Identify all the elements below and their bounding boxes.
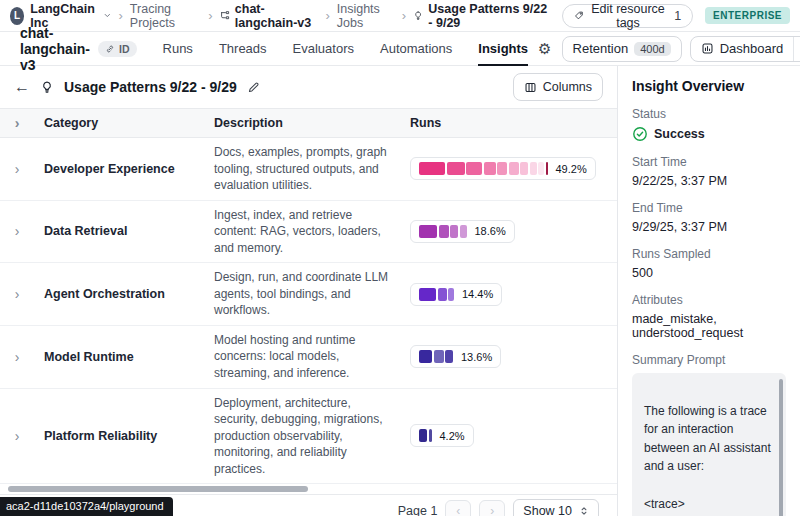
row-category: Agent Orchestration [44, 287, 214, 301]
tab-evaluators[interactable]: Evaluators [293, 32, 354, 66]
enterprise-badge: ENTERPRISE [705, 7, 790, 24]
runs-percent: 49.2% [556, 163, 587, 175]
summary-prompt-block: The following is a trace for an interact… [632, 373, 786, 516]
table-row[interactable]: › Developer Experience Docs, examples, p… [0, 138, 617, 201]
select-caret-icon [579, 505, 589, 516]
table-row[interactable]: › Agent Orchestration Design, run, and c… [0, 263, 617, 326]
dashboard-button[interactable]: Dashboard [691, 37, 794, 61]
breadcrumb-tracing-projects[interactable]: Tracing Projects [130, 2, 201, 30]
runs-bar-segments [419, 162, 548, 175]
breadcrumb-current[interactable]: Usage Patterns 9/22 - 9/29 [413, 2, 550, 30]
table-row[interactable]: › Platform Reliability Deployment, archi… [0, 389, 617, 485]
table-body: › Developer Experience Docs, examples, p… [0, 138, 617, 484]
runs-percent: 18.6% [475, 225, 506, 237]
runs-bar-segments [419, 429, 432, 442]
app-window: L LangChain Inc › Tracing Projects › cha… [0, 0, 800, 516]
prompt-scrollbar-thumb[interactable] [779, 379, 783, 516]
bar-chart-icon [701, 42, 714, 55]
edit-pencil-icon[interactable] [247, 81, 260, 94]
row-expand-icon[interactable]: › [15, 287, 20, 301]
breadcrumb-separator: › [324, 8, 330, 23]
row-category: Data Retrieval [44, 224, 214, 238]
end-time-value: 9/29/25, 3:37 PM [632, 220, 786, 234]
insight-overview-panel: Insight Overview Status Success Start Ti… [618, 66, 800, 516]
link-icon [105, 44, 115, 54]
retention-value-badge: 400d [634, 42, 670, 56]
edit-resource-tags-button[interactable]: Edit resource tags 1 [562, 4, 693, 28]
org-avatar[interactable]: L [10, 7, 24, 25]
columns-icon [524, 81, 537, 94]
row-expand-icon[interactable]: › [15, 429, 20, 443]
status-badge: Success [632, 126, 786, 142]
row-description: Model hosting and runtime concerns: loca… [214, 326, 410, 388]
runs-bar: 18.6% [410, 220, 515, 243]
table-row[interactable]: › Model Runtime Model hosting and runtim… [0, 326, 617, 389]
next-page-button[interactable]: › [479, 500, 505, 516]
runs-bar-segments [419, 350, 453, 363]
runs-bar: 14.4% [410, 283, 502, 306]
column-header-runs: Runs [410, 116, 617, 130]
breadcrumb-insights-jobs[interactable]: Insights Jobs [337, 2, 395, 30]
more-options-kebab-icon[interactable]: ⋮ [793, 37, 800, 61]
attributes-label: Attributes [632, 293, 786, 307]
tab-insights[interactable]: Insights [478, 32, 528, 66]
attributes-value: made_mistake, understood_request [632, 312, 786, 340]
summary-prompt-text: The following is a trace for an interact… [644, 404, 771, 516]
insight-titlebar: ← Usage Patterns 9/22 - 9/29 Columns [0, 66, 617, 108]
row-expand-icon[interactable]: › [15, 350, 20, 364]
row-description: Ingest, index, and retrieve content: RAG… [214, 201, 410, 263]
tab-automations[interactable]: Automations [380, 32, 452, 66]
breadcrumb-project[interactable]: chat-langchain-v3 [220, 2, 319, 30]
breadcrumb-separator: › [401, 8, 407, 23]
column-header-category: Category [44, 116, 214, 130]
page-label: Page 1 [398, 504, 438, 516]
breadcrumb: L LangChain Inc › Tracing Projects › cha… [0, 0, 800, 32]
row-description: Design, run, and coordinate LLM agents, … [214, 263, 410, 325]
row-description: Docs, examples, prompts, graph tooling, … [214, 138, 410, 200]
page-size-select[interactable]: Show 10 [513, 499, 599, 516]
table-header: › Category Description Runs [0, 108, 617, 138]
runs-percent: 4.2% [440, 430, 465, 442]
back-arrow-icon[interactable]: ← [14, 78, 30, 96]
runs-sampled-value: 500 [632, 266, 786, 280]
chevron-down-icon [103, 10, 112, 21]
column-header-description: Description [214, 116, 410, 130]
row-expand-icon[interactable]: › [15, 162, 20, 176]
table-row[interactable]: › Data Retrieval Ingest, index, and retr… [0, 201, 617, 264]
summary-prompt-label: Summary Prompt [632, 353, 786, 367]
edit-resource-tags-label: Edit resource tags [590, 2, 666, 30]
lightbulb-icon [413, 9, 423, 22]
start-time-label: Start Time [632, 155, 786, 169]
prev-page-button[interactable]: ‹ [445, 500, 471, 516]
settings-gear-icon[interactable]: ⚙ [536, 41, 553, 56]
row-description: Deployment, architecture, security, debu… [214, 389, 410, 484]
page-title: Usage Patterns 9/22 - 9/29 [64, 79, 237, 95]
end-time-label: End Time [632, 201, 786, 215]
runs-percent: 14.4% [462, 288, 493, 300]
project-tabs: RunsThreadsEvaluatorsAutomationsInsights [163, 32, 529, 66]
panel-title: Insight Overview [632, 78, 786, 94]
runs-bar: 49.2% [410, 157, 596, 180]
row-category: Model Runtime [44, 350, 214, 364]
row-expand-icon[interactable]: › [15, 224, 20, 238]
breadcrumb-separator: › [207, 8, 213, 23]
horizontal-scrollbar [0, 484, 617, 494]
horizontal-scrollbar-thumb[interactable] [8, 486, 308, 492]
row-category: Developer Experience [44, 162, 214, 176]
expand-all-icon[interactable]: › [15, 116, 20, 130]
runs-sampled-label: Runs Sampled [632, 247, 786, 261]
tab-runs[interactable]: Runs [163, 32, 193, 66]
link-preview-tooltip: aca2-d11de10372a4/playground [0, 497, 173, 516]
breadcrumb-separator: › [118, 8, 124, 23]
insight-main: ← Usage Patterns 9/22 - 9/29 Columns › C… [0, 66, 618, 516]
check-circle-icon [632, 126, 648, 142]
tab-threads[interactable]: Threads [219, 32, 267, 66]
tag-icon [574, 9, 584, 22]
project-header: chat-langchain-v3 ID RunsThreadsEvaluato… [0, 32, 800, 66]
runs-bar-segments [419, 225, 467, 238]
project-id-pill[interactable]: ID [98, 41, 137, 57]
status-label: Status [632, 107, 786, 121]
columns-button[interactable]: Columns [513, 73, 603, 101]
retention-button[interactable]: Retention 400d [562, 36, 682, 62]
dashboard-button-group: Dashboard ⋮ [690, 36, 800, 62]
